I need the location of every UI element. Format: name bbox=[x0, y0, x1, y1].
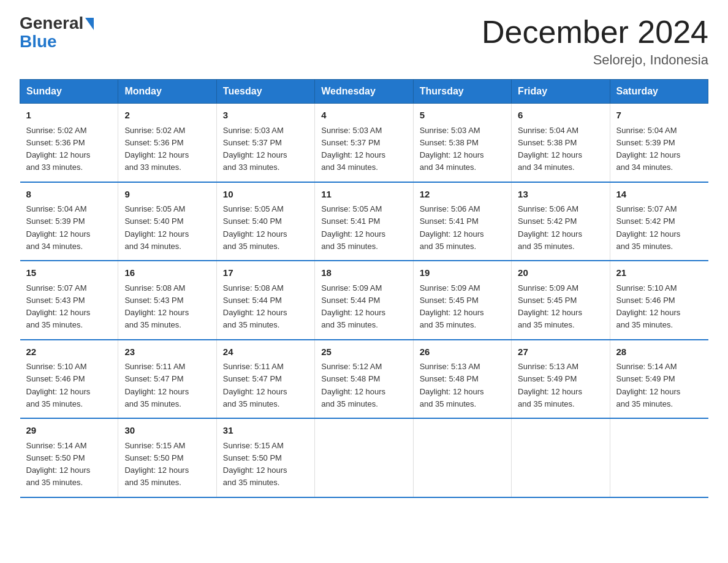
day-number: 30 bbox=[124, 424, 210, 438]
day-number: 18 bbox=[321, 266, 406, 280]
day-info: Sunrise: 5:05 AMSunset: 5:41 PMDaylight:… bbox=[321, 204, 385, 251]
day-number: 4 bbox=[321, 109, 406, 123]
calendar-cell: 26 Sunrise: 5:13 AMSunset: 5:48 PMDaylig… bbox=[413, 340, 511, 419]
day-info: Sunrise: 5:03 AMSunset: 5:37 PMDaylight:… bbox=[321, 126, 385, 172]
calendar-cell: 15 Sunrise: 5:07 AMSunset: 5:43 PMDaylig… bbox=[20, 261, 118, 340]
calendar-cell: 31 Sunrise: 5:15 AMSunset: 5:50 PMDaylig… bbox=[216, 418, 314, 497]
day-number: 7 bbox=[616, 109, 702, 123]
logo: General Blue bbox=[20, 15, 94, 52]
calendar-cell: 5 Sunrise: 5:03 AMSunset: 5:38 PMDayligh… bbox=[413, 104, 511, 182]
calendar-cell: 20 Sunrise: 5:09 AMSunset: 5:45 PMDaylig… bbox=[512, 261, 610, 340]
day-number: 25 bbox=[321, 345, 406, 359]
day-info: Sunrise: 5:07 AMSunset: 5:42 PMDaylight:… bbox=[616, 204, 681, 251]
day-info: Sunrise: 5:02 AMSunset: 5:36 PMDaylight:… bbox=[124, 126, 189, 172]
calendar-cell: 22 Sunrise: 5:10 AMSunset: 5:46 PMDaylig… bbox=[20, 340, 118, 419]
day-number: 5 bbox=[420, 109, 505, 123]
calendar-cell: 19 Sunrise: 5:09 AMSunset: 5:45 PMDaylig… bbox=[413, 261, 511, 340]
day-info: Sunrise: 5:13 AMSunset: 5:49 PMDaylight:… bbox=[518, 362, 582, 408]
day-number: 28 bbox=[616, 345, 702, 359]
day-number: 3 bbox=[223, 109, 308, 123]
calendar-cell bbox=[512, 418, 610, 497]
day-info: Sunrise: 5:08 AMSunset: 5:43 PMDaylight:… bbox=[124, 283, 189, 330]
day-info: Sunrise: 5:06 AMSunset: 5:42 PMDaylight:… bbox=[518, 204, 582, 251]
calendar-cell: 18 Sunrise: 5:09 AMSunset: 5:44 PMDaylig… bbox=[315, 261, 413, 340]
logo-blue-text: Blue bbox=[20, 32, 57, 52]
day-number: 31 bbox=[223, 424, 308, 438]
day-info: Sunrise: 5:14 AMSunset: 5:49 PMDaylight:… bbox=[616, 362, 681, 408]
day-info: Sunrise: 5:10 AMSunset: 5:46 PMDaylight:… bbox=[26, 362, 91, 408]
day-info: Sunrise: 5:13 AMSunset: 5:48 PMDaylight:… bbox=[420, 362, 484, 408]
col-saturday: Saturday bbox=[610, 80, 708, 104]
day-info: Sunrise: 5:15 AMSunset: 5:50 PMDaylight:… bbox=[223, 441, 287, 488]
col-sunday: Sunday bbox=[20, 80, 118, 104]
day-number: 26 bbox=[420, 345, 505, 359]
day-number: 19 bbox=[420, 266, 505, 280]
day-number: 15 bbox=[26, 266, 112, 280]
calendar-cell: 8 Sunrise: 5:04 AMSunset: 5:39 PMDayligh… bbox=[20, 182, 118, 261]
day-info: Sunrise: 5:09 AMSunset: 5:45 PMDaylight:… bbox=[420, 283, 484, 330]
calendar-cell: 3 Sunrise: 5:03 AMSunset: 5:37 PMDayligh… bbox=[216, 104, 314, 182]
day-number: 2 bbox=[124, 109, 210, 123]
day-number: 12 bbox=[420, 188, 505, 202]
title-block: December 2024 Selorejo, Indonesia bbox=[482, 15, 708, 68]
calendar-week-row: 29 Sunrise: 5:14 AMSunset: 5:50 PMDaylig… bbox=[20, 418, 708, 497]
day-number: 9 bbox=[124, 188, 210, 202]
day-number: 24 bbox=[223, 345, 308, 359]
day-info: Sunrise: 5:06 AMSunset: 5:41 PMDaylight:… bbox=[420, 204, 484, 251]
day-number: 22 bbox=[26, 345, 112, 359]
day-number: 8 bbox=[26, 188, 112, 202]
header: General Blue December 2024 Selorejo, Ind… bbox=[20, 15, 708, 68]
day-number: 21 bbox=[616, 266, 702, 280]
calendar-cell: 7 Sunrise: 5:04 AMSunset: 5:39 PMDayligh… bbox=[610, 104, 708, 182]
day-info: Sunrise: 5:12 AMSunset: 5:48 PMDaylight:… bbox=[321, 362, 385, 408]
calendar-cell: 1 Sunrise: 5:02 AMSunset: 5:36 PMDayligh… bbox=[20, 104, 118, 182]
day-info: Sunrise: 5:09 AMSunset: 5:45 PMDaylight:… bbox=[518, 283, 582, 330]
day-number: 16 bbox=[124, 266, 210, 280]
calendar-cell: 29 Sunrise: 5:14 AMSunset: 5:50 PMDaylig… bbox=[20, 418, 118, 497]
col-tuesday: Tuesday bbox=[216, 80, 314, 104]
day-info: Sunrise: 5:04 AMSunset: 5:38 PMDaylight:… bbox=[518, 126, 582, 172]
calendar-cell: 13 Sunrise: 5:06 AMSunset: 5:42 PMDaylig… bbox=[512, 182, 610, 261]
day-info: Sunrise: 5:11 AMSunset: 5:47 PMDaylight:… bbox=[124, 362, 189, 408]
day-number: 6 bbox=[518, 109, 603, 123]
calendar-cell: 21 Sunrise: 5:10 AMSunset: 5:46 PMDaylig… bbox=[610, 261, 708, 340]
day-info: Sunrise: 5:08 AMSunset: 5:44 PMDaylight:… bbox=[223, 283, 287, 330]
calendar-cell bbox=[315, 418, 413, 497]
day-info: Sunrise: 5:05 AMSunset: 5:40 PMDaylight:… bbox=[124, 204, 189, 251]
day-number: 13 bbox=[518, 188, 603, 202]
day-number: 17 bbox=[223, 266, 308, 280]
calendar-cell: 14 Sunrise: 5:07 AMSunset: 5:42 PMDaylig… bbox=[610, 182, 708, 261]
day-info: Sunrise: 5:10 AMSunset: 5:46 PMDaylight:… bbox=[616, 283, 681, 330]
calendar-cell: 16 Sunrise: 5:08 AMSunset: 5:43 PMDaylig… bbox=[118, 261, 216, 340]
calendar-cell: 12 Sunrise: 5:06 AMSunset: 5:41 PMDaylig… bbox=[413, 182, 511, 261]
day-number: 27 bbox=[518, 345, 603, 359]
calendar-cell: 23 Sunrise: 5:11 AMSunset: 5:47 PMDaylig… bbox=[118, 340, 216, 419]
calendar-week-row: 15 Sunrise: 5:07 AMSunset: 5:43 PMDaylig… bbox=[20, 261, 708, 340]
day-info: Sunrise: 5:15 AMSunset: 5:50 PMDaylight:… bbox=[124, 441, 189, 488]
day-number: 23 bbox=[124, 345, 210, 359]
day-info: Sunrise: 5:04 AMSunset: 5:39 PMDaylight:… bbox=[616, 126, 681, 172]
day-number: 14 bbox=[616, 188, 702, 202]
calendar-cell: 24 Sunrise: 5:11 AMSunset: 5:47 PMDaylig… bbox=[216, 340, 314, 419]
month-title: December 2024 bbox=[482, 15, 708, 50]
day-number: 29 bbox=[26, 424, 112, 438]
day-info: Sunrise: 5:05 AMSunset: 5:40 PMDaylight:… bbox=[223, 204, 287, 251]
calendar-cell: 10 Sunrise: 5:05 AMSunset: 5:40 PMDaylig… bbox=[216, 182, 314, 261]
calendar-table: Sunday Monday Tuesday Wednesday Thursday… bbox=[20, 79, 708, 498]
day-info: Sunrise: 5:14 AMSunset: 5:50 PMDaylight:… bbox=[26, 441, 91, 488]
calendar-week-row: 1 Sunrise: 5:02 AMSunset: 5:36 PMDayligh… bbox=[20, 104, 708, 182]
day-info: Sunrise: 5:09 AMSunset: 5:44 PMDaylight:… bbox=[321, 283, 385, 330]
logo-general-text: General bbox=[20, 15, 83, 32]
day-number: 1 bbox=[26, 109, 112, 123]
day-info: Sunrise: 5:03 AMSunset: 5:37 PMDaylight:… bbox=[223, 126, 287, 172]
calendar-cell: 2 Sunrise: 5:02 AMSunset: 5:36 PMDayligh… bbox=[118, 104, 216, 182]
col-wednesday: Wednesday bbox=[315, 80, 413, 104]
calendar-week-row: 8 Sunrise: 5:04 AMSunset: 5:39 PMDayligh… bbox=[20, 182, 708, 261]
calendar-cell: 30 Sunrise: 5:15 AMSunset: 5:50 PMDaylig… bbox=[118, 418, 216, 497]
calendar-cell: 11 Sunrise: 5:05 AMSunset: 5:41 PMDaylig… bbox=[315, 182, 413, 261]
col-monday: Monday bbox=[118, 80, 216, 104]
calendar-cell: 9 Sunrise: 5:05 AMSunset: 5:40 PMDayligh… bbox=[118, 182, 216, 261]
page: General Blue December 2024 Selorejo, Ind… bbox=[0, 0, 728, 518]
day-info: Sunrise: 5:11 AMSunset: 5:47 PMDaylight:… bbox=[223, 362, 287, 408]
day-info: Sunrise: 5:03 AMSunset: 5:38 PMDaylight:… bbox=[420, 126, 484, 172]
